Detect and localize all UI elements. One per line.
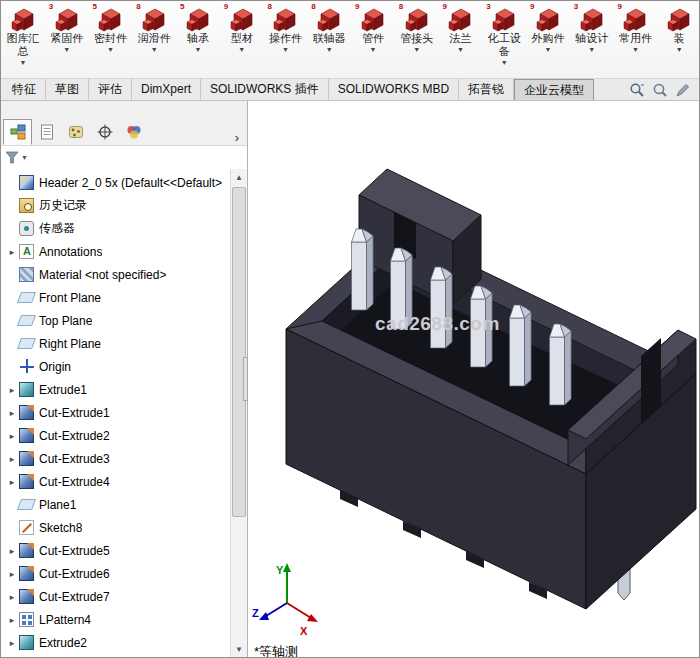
ribbon-item[interactable]: 9 常用件 ▼ [614,1,658,78]
tree-item[interactable]: ▸ Plane1 [1,493,247,516]
tree-item[interactable]: ▸ Extrude1 [1,378,247,401]
tree-item[interactable]: ▸ LPattern4 [1,608,247,631]
plane-icon [17,338,36,349]
plane-icon [17,499,36,510]
watermark: cad2688.com [375,313,500,335]
expand-arrow-icon[interactable]: ▸ [6,477,18,487]
commandmanager-tab[interactable]: 草图 [46,79,89,100]
tree-item[interactable]: ▸ Front Plane [1,286,247,309]
tree-item[interactable]: ▸ 历史记录 [1,194,247,217]
tree-item[interactable]: ▸ Cut-Extrude2 [1,424,247,447]
commandmanager-tab[interactable]: DimXpert [132,79,201,100]
ribbon-item[interactable]: 3 化工设备 ▼ [482,1,526,78]
expand-arrow-icon[interactable]: ▸ [6,431,18,441]
tree-item[interactable]: ▸ Sketch8 [1,516,247,539]
ribbon-item[interactable]: 9 管件 ▼ [351,1,395,78]
material-icon [19,267,34,282]
ribbon-item[interactable]: 5 密封件 ▼ [89,1,133,78]
expand-arrow-icon[interactable]: ▸ [6,454,18,464]
red-cube-icon [316,6,342,32]
red-cube-icon [10,6,36,32]
ribbon-item[interactable]: 3 紧固件 ▼ [45,1,89,78]
panel-tabs-overflow-chevron[interactable]: › [231,130,243,145]
tree-item[interactable]: ▸ Right Plane [1,332,247,355]
triad-y-label: Y [276,564,284,576]
tree-item[interactable]: ▸ Cut-Extrude6 [1,562,247,585]
tree-item[interactable]: ▸ 传感器 [1,217,247,240]
tab-displaymanager[interactable] [119,119,148,145]
expand-arrow-icon[interactable]: ▸ [6,638,18,648]
ribbon-item-badge: 9 [355,2,359,11]
tree-filter-bar[interactable]: ▼ [1,145,247,169]
scroll-down-arrow[interactable]: ▼ [231,641,247,657]
commandmanager-tab[interactable]: 拓普锐 [459,79,514,100]
tab-configurationmanager[interactable] [61,119,90,145]
commandmanager-tab[interactable]: SOLIDWORKS 插件 [201,79,329,100]
tree-item[interactable]: ▸ Extrude3 [1,654,247,657]
tree-item[interactable]: ▸ Extrude2 [1,631,247,654]
expand-arrow-icon[interactable]: ▸ [6,569,18,579]
red-cube-icon [229,6,255,32]
red-cube-icon [185,6,211,32]
expand-arrow-icon[interactable]: ▸ [6,615,18,625]
expand-arrow-icon[interactable]: ▸ [6,247,18,257]
ribbon-item-badge: 8 [268,2,272,11]
scroll-up-arrow[interactable]: ▲ [231,169,247,185]
search-commands-icon[interactable] [629,82,645,98]
expand-arrow-icon[interactable]: ▸ [6,385,18,395]
ribbon-item-badge: 8 [311,2,315,11]
ribbon-item[interactable]: 9 外购件 ▼ [526,1,570,78]
featuremanager-panel: › ▼ ▸ Header 2_0 5x (Default<<Default> [1,101,248,657]
red-cube-icon [622,6,648,32]
tree-item-label: Front Plane [39,291,101,305]
tree-item[interactable]: ▸ Origin [1,355,247,378]
expand-arrow-icon[interactable]: ▸ [6,408,18,418]
graphics-viewport[interactable]: cad2688.com [248,101,699,657]
panel-tabs: › [1,117,247,145]
ribbon-item[interactable]: 图库汇总 ▼ [1,1,45,78]
tree-item[interactable]: ▸ Cut-Extrude1 [1,401,247,424]
ribbon-item[interactable]: 8 管接头 ▼ [395,1,439,78]
red-cube-icon [272,6,298,32]
feature-tree-icon [10,124,26,140]
ribbon-item[interactable]: 9 法兰 ▼ [439,1,483,78]
commandmanager-tab[interactable]: 特征 [3,79,46,100]
tree-item[interactable]: ▸ Annotations [1,240,247,263]
ribbon-item[interactable]: 3 轴设计 ▼ [570,1,614,78]
ribbon-item-badge: 9 [530,2,534,11]
commandmanager-tab[interactable]: 企业云模型 [514,79,594,100]
pen-icon[interactable] [675,82,691,98]
tab-dimxpertmanager[interactable] [90,119,119,145]
expand-arrow-icon[interactable]: ▸ [6,592,18,602]
ribbon-item[interactable]: 8 操作件 ▼ [264,1,308,78]
tree-item[interactable]: ▸ Cut-Extrude5 [1,539,247,562]
tree-item[interactable]: ▸ Cut-Extrude7 [1,585,247,608]
red-cube-icon [97,6,123,32]
magnifier-icon[interactable] [652,82,668,98]
dropdown-arrow-icon: ▼ [369,46,376,54]
triad-z-label: Z [252,607,259,619]
crosshair-icon [97,124,113,140]
tree-item-label: Extrude1 [39,383,87,397]
expand-arrow-icon[interactable]: ▸ [6,546,18,556]
dropdown-arrow-icon: ▼ [151,46,158,54]
commandmanager-tab[interactable]: 评估 [89,79,132,100]
tab-propertymanager[interactable] [32,119,61,145]
ribbon-item[interactable]: 8 联轴器 ▼ [307,1,351,78]
tree-item[interactable]: ▸ Cut-Extrude4 [1,470,247,493]
scrollbar-thumb[interactable] [232,187,246,517]
view-orientation-label: *等轴测 [254,643,298,657]
configuration-branch-icon [68,124,84,140]
tab-featuremanager-tree[interactable] [3,119,32,145]
ribbon-item[interactable]: 8 润滑件 ▼ [132,1,176,78]
tree-root-item[interactable]: ▸ Header 2_0 5x (Default<<Default> [1,171,247,194]
tree-scrollbar: ▲ ▼ [230,169,247,657]
tree-item[interactable]: ▸ Cut-Extrude3 [1,447,247,470]
dropdown-arrow-icon: ▼ [457,46,464,54]
ribbon-item[interactable]: 5 轴承 ▼ [176,1,220,78]
commandmanager-tab[interactable]: SOLIDWORKS MBD [329,79,459,100]
ribbon-item[interactable]: 装 ▼ [657,1,699,78]
tree-item[interactable]: ▸ Material <not specified> [1,263,247,286]
tree-item[interactable]: ▸ Top Plane [1,309,247,332]
ribbon-item[interactable]: 9 型材 ▼ [220,1,264,78]
